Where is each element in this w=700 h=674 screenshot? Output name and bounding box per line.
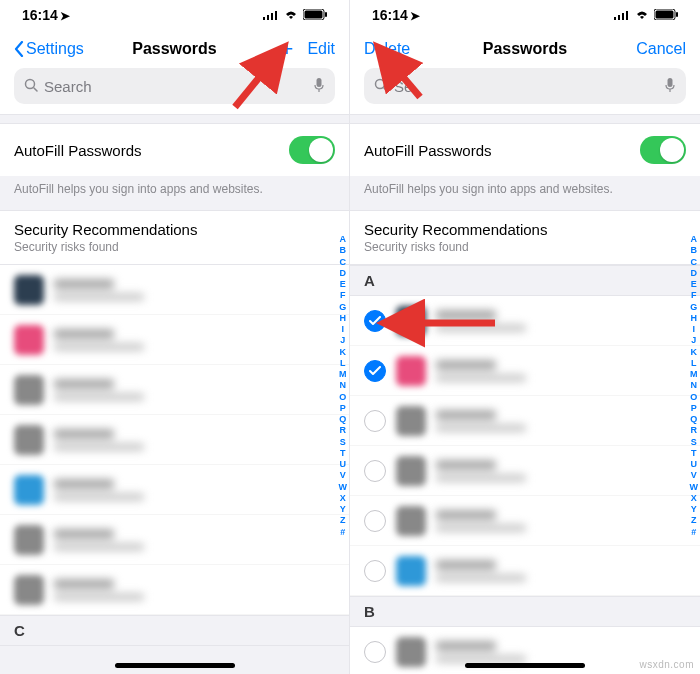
edit-button[interactable]: Edit (307, 40, 335, 58)
index-letter[interactable]: Q (339, 414, 346, 425)
select-checkbox[interactable] (364, 410, 386, 432)
password-item[interactable] (350, 446, 700, 496)
index-letter[interactable]: R (340, 425, 347, 436)
index-letter[interactable]: I (341, 324, 344, 335)
index-letter[interactable]: J (340, 335, 345, 346)
select-checkbox[interactable] (364, 641, 386, 663)
index-letter[interactable]: C (691, 257, 698, 268)
password-item[interactable] (0, 415, 349, 465)
index-letter[interactable]: T (340, 448, 346, 459)
mic-icon[interactable] (664, 77, 676, 96)
password-item[interactable] (0, 515, 349, 565)
index-letter[interactable]: F (340, 290, 346, 301)
status-time: 16:14➤ (22, 7, 70, 23)
index-letter[interactable]: R (691, 425, 698, 436)
index-letter[interactable]: E (340, 279, 346, 290)
password-item[interactable] (350, 496, 700, 546)
index-letter[interactable]: F (691, 290, 697, 301)
autofill-row: AutoFill Passwords (0, 124, 349, 176)
index-letter[interactable]: K (691, 347, 698, 358)
tutorial-arrow-3 (380, 308, 500, 338)
index-letter[interactable]: Y (340, 504, 346, 515)
password-item[interactable] (350, 546, 700, 596)
index-letter[interactable]: X (340, 493, 346, 504)
autofill-toggle[interactable] (289, 136, 335, 164)
mic-icon[interactable] (313, 77, 325, 96)
back-button[interactable]: Settings (14, 40, 84, 58)
password-item[interactable] (350, 396, 700, 446)
index-letter[interactable]: S (340, 437, 346, 448)
autofill-toggle[interactable] (640, 136, 686, 164)
index-letter[interactable]: U (691, 459, 698, 470)
security-recommendations[interactable]: Security Recommendations Security risks … (0, 210, 349, 265)
select-checkbox[interactable] (364, 360, 386, 382)
password-text-blurred (54, 429, 335, 451)
watermark: wsxdn.com (639, 659, 694, 670)
index-letter[interactable]: S (691, 437, 697, 448)
secrec-sub: Security risks found (14, 240, 335, 254)
index-letter[interactable]: U (340, 459, 347, 470)
index-letter[interactable]: N (340, 380, 347, 391)
index-letter[interactable]: Y (691, 504, 697, 515)
password-text-blurred (54, 479, 335, 501)
index-letter[interactable]: P (340, 403, 346, 414)
password-text-blurred (436, 410, 686, 432)
index-letter[interactable]: B (691, 245, 698, 256)
index-letter[interactable]: # (691, 527, 696, 538)
status-right (614, 7, 678, 23)
svg-rect-1 (267, 15, 269, 20)
index-list[interactable]: ABCDEFGHIJKLMNOPQRSTUVWXYZ# (339, 234, 348, 538)
index-letter[interactable]: L (340, 358, 346, 369)
index-letter[interactable]: P (691, 403, 697, 414)
select-checkbox[interactable] (364, 510, 386, 532)
battery-icon (654, 7, 678, 23)
site-icon (14, 575, 44, 605)
index-letter[interactable]: T (691, 448, 697, 459)
index-letter[interactable]: V (691, 470, 697, 481)
index-letter[interactable]: I (692, 324, 695, 335)
index-letter[interactable]: H (340, 313, 347, 324)
index-letter[interactable]: Z (691, 515, 697, 526)
password-item[interactable] (0, 265, 349, 315)
index-letter[interactable]: B (340, 245, 347, 256)
secrec-title: Security Recommendations (14, 221, 335, 238)
index-letter[interactable]: X (691, 493, 697, 504)
index-letter[interactable]: J (691, 335, 696, 346)
index-letter[interactable]: G (339, 302, 346, 313)
index-letter[interactable]: N (691, 380, 698, 391)
svg-rect-0 (263, 17, 265, 20)
index-letter[interactable]: O (339, 392, 346, 403)
index-letter[interactable]: A (691, 234, 698, 245)
index-letter[interactable]: M (690, 369, 698, 380)
index-letter[interactable]: M (339, 369, 347, 380)
index-letter[interactable]: Z (340, 515, 346, 526)
index-letter[interactable]: D (340, 268, 347, 279)
select-checkbox[interactable] (364, 460, 386, 482)
index-letter[interactable]: # (340, 527, 345, 538)
select-checkbox[interactable] (364, 560, 386, 582)
password-item[interactable] (0, 365, 349, 415)
index-letter[interactable]: H (691, 313, 698, 324)
password-item[interactable] (0, 315, 349, 365)
security-recommendations[interactable]: Security Recommendations Security risks … (350, 210, 700, 265)
index-letter[interactable]: Q (690, 414, 697, 425)
index-letter[interactable]: C (340, 257, 347, 268)
index-letter[interactable]: W (690, 482, 699, 493)
index-letter[interactable]: E (691, 279, 697, 290)
index-letter[interactable]: O (690, 392, 697, 403)
index-letter[interactable]: D (691, 268, 698, 279)
svg-point-7 (26, 79, 35, 88)
index-list[interactable]: ABCDEFGHIJKLMNOPQRSTUVWXYZ# (690, 234, 699, 538)
index-letter[interactable]: G (690, 302, 697, 313)
index-letter[interactable]: K (340, 347, 347, 358)
cellular-icon (263, 7, 279, 23)
index-letter[interactable]: V (340, 470, 346, 481)
password-item[interactable] (350, 346, 700, 396)
index-letter[interactable]: W (339, 482, 348, 493)
index-letter[interactable]: L (691, 358, 697, 369)
cancel-button[interactable]: Cancel (636, 40, 686, 58)
password-item[interactable] (0, 465, 349, 515)
search-input[interactable] (394, 78, 664, 95)
password-item[interactable] (0, 565, 349, 615)
index-letter[interactable]: A (340, 234, 347, 245)
